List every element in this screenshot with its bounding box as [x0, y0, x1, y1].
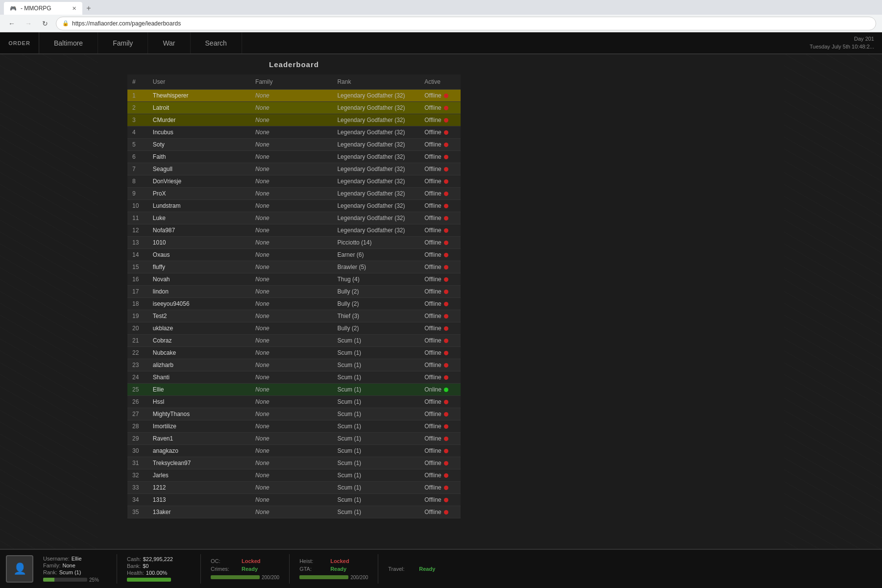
table-row[interactable]: 29 Raven1 None Scum (1) Offline	[127, 433, 461, 445]
row-pos: 16	[127, 273, 148, 286]
row-rank: Legendary Godfather (32)	[332, 114, 419, 126]
nav-item-family[interactable]: Family	[98, 32, 148, 53]
row-user[interactable]: Imortilize	[148, 420, 250, 433]
table-row[interactable]: 19 Test2 None Thief (3) Offline	[127, 310, 461, 322]
row-user[interactable]: Thewhisperer	[148, 90, 250, 102]
row-user[interactable]: Hssl	[148, 396, 250, 408]
table-row[interactable]: 21 Cobraz None Scum (1) Offline	[127, 335, 461, 347]
row-pos: 33	[127, 482, 148, 494]
row-user[interactable]: Jarles	[148, 469, 250, 482]
browser-tab[interactable]: 🎮 - MMORPG ✕	[4, 2, 82, 15]
row-user[interactable]: Incubus	[148, 126, 250, 139]
table-row[interactable]: 5 Soty None Legendary Godfather (32) Off…	[127, 139, 461, 151]
table-row[interactable]: 3 CMurder None Legendary Godfather (32) …	[127, 114, 461, 126]
row-user[interactable]: Faith	[148, 151, 250, 163]
table-row[interactable]: 11 Luke None Legendary Godfather (32) Of…	[127, 212, 461, 224]
row-user[interactable]: Nofa987	[148, 224, 250, 237]
table-row[interactable]: 25 Ellie None Scum (1) Online	[127, 384, 461, 396]
table-row[interactable]: 17 lindon None Bully (2) Offline	[127, 286, 461, 298]
row-user[interactable]: Oxaus	[148, 249, 250, 261]
table-row[interactable]: 27 MightyThanos None Scum (1) Offline	[127, 408, 461, 420]
row-user[interactable]: Ellie	[148, 384, 250, 396]
row-user[interactable]: Luke	[148, 212, 250, 224]
xp-bar-fill	[43, 578, 54, 582]
table-row[interactable]: 22 Nubcake None Scum (1) Offline	[127, 347, 461, 359]
row-user[interactable]: DonVriesje	[148, 175, 250, 188]
row-active: Offline	[419, 188, 461, 200]
row-user[interactable]: anagkazo	[148, 445, 250, 457]
row-user[interactable]: Lundstram	[148, 200, 250, 212]
row-user[interactable]: Treksyclean97	[148, 457, 250, 469]
table-row[interactable]: 32 Jarles None Scum (1) Offline	[127, 469, 461, 482]
reload-button[interactable]: ↻	[39, 18, 51, 29]
table-row[interactable]: 6 Faith None Legendary Godfather (32) Of…	[127, 151, 461, 163]
row-user[interactable]: Cobraz	[148, 335, 250, 347]
table-row[interactable]: 24 Shanti None Scum (1) Offline	[127, 371, 461, 384]
nav-item-war[interactable]: War	[148, 32, 190, 53]
row-user[interactable]: Shanti	[148, 371, 250, 384]
table-row[interactable]: 26 Hssl None Scum (1) Offline	[127, 396, 461, 408]
table-row[interactable]: 28 Imortilize None Scum (1) Offline	[127, 420, 461, 433]
table-row[interactable]: 33 1212 None Scum (1) Offline	[127, 482, 461, 494]
table-row[interactable]: 20 ukblaze None Bully (2) Offline	[127, 322, 461, 335]
table-row[interactable]: 14 Oxaus None Earner (6) Offline	[127, 249, 461, 261]
row-user[interactable]: ukblaze	[148, 322, 250, 335]
row-user[interactable]: CMurder	[148, 114, 250, 126]
row-user[interactable]: 1010	[148, 237, 250, 249]
row-family: None	[250, 310, 332, 322]
row-user[interactable]: Novah	[148, 273, 250, 286]
row-active: Offline	[419, 408, 461, 420]
row-user[interactable]: 1313	[148, 494, 250, 506]
row-user[interactable]: MightyThanos	[148, 408, 250, 420]
table-row[interactable]: 16 Novah None Thug (4) Offline	[127, 273, 461, 286]
row-rank: Scum (1)	[332, 494, 419, 506]
table-row[interactable]: 15 fluffy None Brawler (5) Offline	[127, 261, 461, 273]
table-row[interactable]: 9 ProX None Legendary Godfather (32) Off…	[127, 188, 461, 200]
table-row[interactable]: 7 Seagull None Legendary Godfather (32) …	[127, 163, 461, 175]
nav-item-search[interactable]: Search	[191, 32, 242, 53]
row-user[interactable]: ProX	[148, 188, 250, 200]
new-tab-button[interactable]: +	[82, 2, 95, 15]
url-bar[interactable]: 🔒 https://mafiaorder.com/page/leaderboar…	[56, 17, 876, 30]
row-family: None	[250, 175, 332, 188]
table-row[interactable]: 2 Latroit None Legendary Godfather (32) …	[127, 102, 461, 114]
table-row[interactable]: 35 13aker None Scum (1) Offline	[127, 506, 461, 518]
row-family: None	[250, 408, 332, 420]
table-row[interactable]: 31 Treksyclean97 None Scum (1) Offline	[127, 457, 461, 469]
row-user[interactable]: 1212	[148, 482, 250, 494]
table-row[interactable]: 1 Thewhisperer None Legendary Godfather …	[127, 90, 461, 102]
table-row[interactable]: 8 DonVriesje None Legendary Godfather (3…	[127, 175, 461, 188]
row-user[interactable]: Soty	[148, 139, 250, 151]
row-user[interactable]: lindon	[148, 286, 250, 298]
row-pos: 14	[127, 249, 148, 261]
row-user[interactable]: iseeyou94056	[148, 298, 250, 310]
row-user[interactable]: Seagull	[148, 163, 250, 175]
row-user[interactable]: Test2	[148, 310, 250, 322]
row-user[interactable]: 13aker	[148, 506, 250, 518]
table-row[interactable]: 10 Lundstram None Legendary Godfather (3…	[127, 200, 461, 212]
row-pos: 9	[127, 188, 148, 200]
row-user[interactable]: Raven1	[148, 433, 250, 445]
table-row[interactable]: 12 Nofa987 None Legendary Godfather (32)…	[127, 224, 461, 237]
row-user[interactable]: fluffy	[148, 261, 250, 273]
nav-item-baltimore[interactable]: Baltimore	[39, 32, 98, 53]
forward-button[interactable]: →	[23, 18, 34, 29]
table-row[interactable]: 4 Incubus None Legendary Godfather (32) …	[127, 126, 461, 139]
table-row[interactable]: 23 alizharb None Scum (1) Offline	[127, 359, 461, 371]
row-user[interactable]: Nubcake	[148, 347, 250, 359]
hud-user-info: Username: Ellie Family: None Rank: Scum …	[43, 556, 107, 583]
tab-close-button[interactable]: ✕	[72, 5, 76, 12]
row-family: None	[250, 90, 332, 102]
table-row[interactable]: 34 1313 None Scum (1) Offline	[127, 494, 461, 506]
username-value: Ellie	[72, 556, 82, 562]
back-button[interactable]: ←	[6, 18, 18, 29]
status-dot	[444, 130, 448, 135]
row-user[interactable]: Latroit	[148, 102, 250, 114]
logo[interactable]: ORDER	[0, 32, 39, 53]
row-pos: 1	[127, 90, 148, 102]
row-family: None	[250, 359, 332, 371]
table-row[interactable]: 30 anagkazo None Scum (1) Offline	[127, 445, 461, 457]
row-user[interactable]: alizharb	[148, 359, 250, 371]
table-row[interactable]: 18 iseeyou94056 None Bully (2) Offline	[127, 298, 461, 310]
table-row[interactable]: 13 1010 None Picciotto (14) Offline	[127, 237, 461, 249]
